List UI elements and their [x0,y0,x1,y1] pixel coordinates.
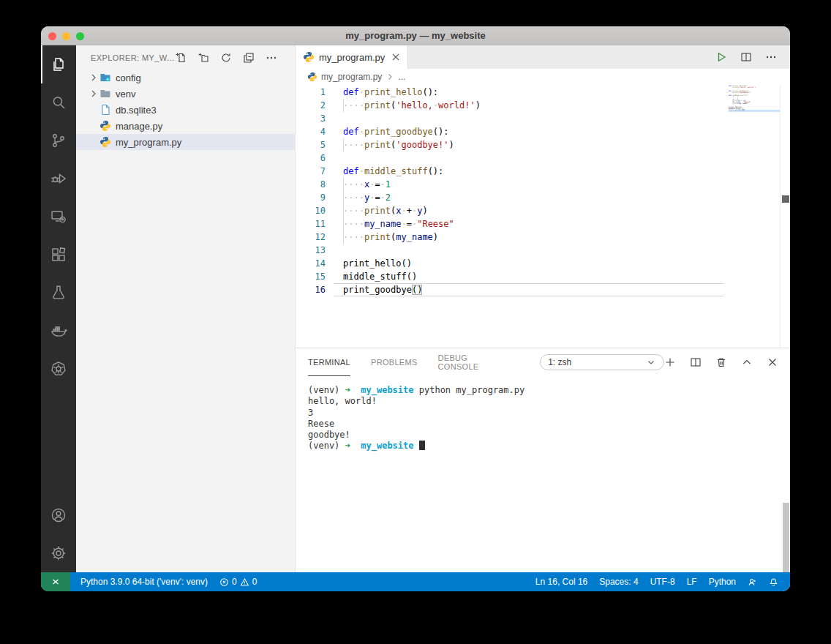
panel-scrollbar[interactable] [783,503,789,572]
python-interpreter[interactable]: Python 3.9.0 64-bit ('venv': venv) [75,577,214,587]
new-file-icon[interactable] [175,52,187,64]
minimize-window-button[interactable] [62,32,70,40]
editor-actions [715,45,790,69]
terminal-shell-value: 1: zsh [548,357,571,367]
split-editor-button[interactable] [740,51,752,63]
code-line-content: def·middle_stuff(): [343,165,443,178]
code-line[interactable]: 11····my_name·=·"Reese" [296,217,729,231]
tree-item-venv[interactable]: venv [76,86,295,102]
new-terminal-button[interactable] [664,356,676,368]
code-line[interactable]: 15middle_stuff() [296,270,729,283]
code-line[interactable]: 3 [296,112,729,125]
code-editor[interactable]: 1def·print_hello():2····print('hello,·wo… [296,85,729,348]
tab-terminal[interactable]: TERMINAL [308,348,350,376]
window-title: my_program.py — my_website [345,30,485,41]
code-line[interactable]: 9····y·=·2 [296,191,729,204]
close-window-button[interactable] [48,32,56,40]
activity-extensions[interactable] [41,236,76,274]
code-line[interactable]: 14print_hello() [296,257,729,270]
terminal-line: (venv) ➜ my_website python my_program.py [308,385,790,396]
close-panel-button[interactable] [767,356,778,368]
panel-header: TERMINAL PROBLEMS DEBUG CONSOLE 1: zsh [296,348,790,376]
line-number: 7 [296,166,326,176]
split-terminal-button[interactable] [690,356,702,368]
breadcrumb-symbol[interactable]: ... [398,72,405,82]
kill-terminal-button[interactable] [715,356,727,368]
run-python-file-button[interactable] [715,51,727,63]
code-line-content: ····print(x·+·y) [343,204,428,217]
line-number: 8 [296,179,326,190]
code-line[interactable]: 1def·print_hello(): [296,86,729,99]
terminal-shell-select[interactable]: 1: zsh [540,354,664,370]
chevron-right-icon [386,72,394,81]
code-line[interactable]: 8····x·=·1 [296,178,729,191]
code-line[interactable]: 12····print(my_name) [296,231,729,244]
line-number: 11 [296,219,326,229]
activity-run-debug[interactable] [41,160,76,198]
code-line[interactable]: 13 [296,244,729,257]
remote-indicator[interactable] [41,572,70,591]
window-controls [48,32,84,40]
overview-cursor-marker [782,195,789,203]
python-icon [303,51,315,63]
tab-my-program-py[interactable]: my_program.py [296,45,408,69]
code-line[interactable]: 16print_goodbye() [296,283,729,296]
activity-docker[interactable] [41,312,76,350]
notifications-bell[interactable] [763,577,784,587]
error-count: 0 [232,577,237,587]
tree-item-manage-py[interactable]: manage.py [76,118,295,134]
activity-testing[interactable] [41,274,76,312]
cursor-position[interactable]: Ln 16, Col 16 [530,577,593,587]
zoom-window-button[interactable] [76,32,84,40]
code-line[interactable]: 7def·middle_stuff(): [296,165,729,178]
breadcrumb-file[interactable]: my_program.py [321,72,382,82]
maximize-panel-button[interactable] [741,356,753,368]
eol-selector[interactable]: LF [681,577,703,587]
new-folder-icon[interactable] [198,52,209,64]
tree-item-config[interactable]: config [76,70,295,86]
line-number: 10 [296,206,326,216]
collapse-folders-icon[interactable] [243,52,255,64]
activity-settings[interactable] [41,534,76,572]
activity-kubernetes[interactable] [41,350,76,388]
tab-problems[interactable]: PROBLEMS [371,348,418,376]
python-icon [99,120,111,132]
terminal[interactable]: (venv) ➜ my_website python my_program.py… [296,376,790,572]
line-number: 12 [296,232,326,242]
activity-bar [41,45,76,572]
tab-debug-console[interactable]: DEBUG CONSOLE [438,348,511,376]
activity-search[interactable] [41,83,76,121]
account-icon [50,506,67,524]
editor-scrollbar[interactable] [780,85,790,348]
more-actions-icon[interactable] [266,52,277,64]
activity-accounts[interactable] [41,496,76,534]
problems-indicator[interactable]: 0 0 [214,577,263,587]
git-branch-icon [50,132,67,149]
tree-item-my-program-py[interactable]: my_program.py [76,134,295,150]
title-bar[interactable]: my_program.py — my_website [41,26,790,45]
editor-more-actions-button[interactable] [765,51,777,63]
activity-remote-explorer[interactable] [41,198,76,236]
beaker-icon [50,284,67,302]
activity-explorer[interactable] [41,45,76,83]
line-number: 4 [296,127,326,137]
activity-source-control[interactable] [41,121,76,160]
code-line-content: middle_stuff() [343,270,417,283]
docker-icon [50,322,67,340]
close-tab-icon[interactable] [390,51,402,63]
minimap[interactable]: def print_hello(): print('hello, world!'… [729,85,780,348]
tree-item-db-sqlite3[interactable]: db.sqlite3 [76,102,295,118]
encoding[interactable]: UTF-8 [644,577,681,587]
language-mode[interactable]: Python [703,577,742,587]
code-line[interactable]: 2····print('hello,·world!') [296,99,729,112]
line-number: 1 [296,87,326,97]
code-line[interactable]: 5····print('goodbye!') [296,138,729,151]
refresh-icon[interactable] [220,52,232,64]
feedback-button[interactable] [742,577,763,587]
code-line[interactable]: 10····print(x·+·y) [296,204,729,217]
code-line[interactable]: 4def·print_goodbye(): [296,125,729,138]
code-line[interactable]: 6 [296,151,729,165]
tree-indent-spacer [88,104,99,116]
indentation[interactable]: Spaces: 4 [593,577,644,587]
extensions-icon [50,246,67,263]
